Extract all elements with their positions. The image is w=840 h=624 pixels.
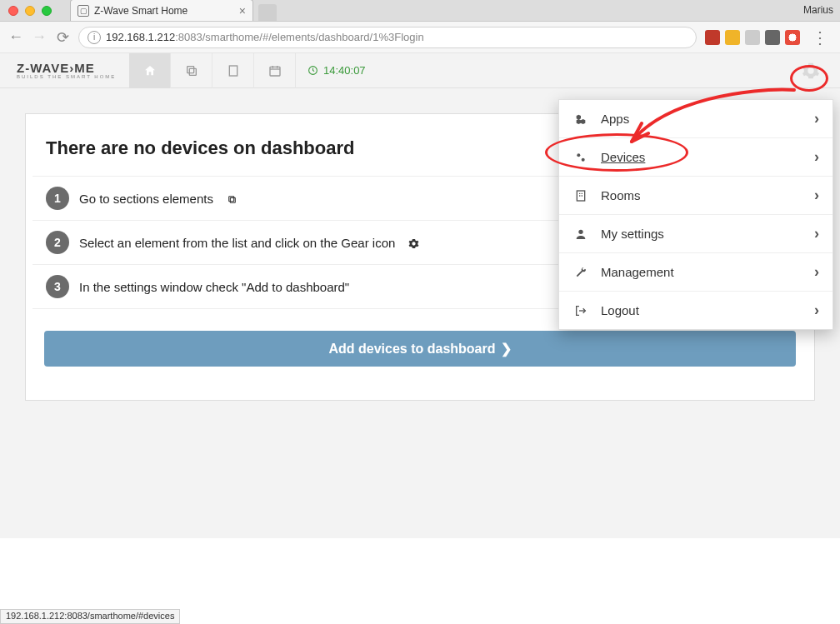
logo-main: Z-WAVE›ME [17,61,95,75]
extension-cast-icon[interactable] [765,30,780,45]
step-number: 1 [46,187,69,210]
header-nav [129,53,296,87]
profile-name[interactable]: Marius [803,4,833,16]
window-controls [8,6,52,16]
clock-icon [308,65,318,76]
close-window-button[interactable] [8,6,18,16]
dropdown-item-logout[interactable]: Logout › [559,292,832,329]
dropdown-item-devices[interactable]: Devices › [559,138,832,177]
chevron-right-icon: › [814,263,819,281]
extension-off-icon[interactable] [725,30,740,45]
site-info-icon[interactable]: i [88,31,101,44]
step-text: Select an element from the list and clic… [79,236,395,250]
svg-rect-1 [187,66,193,72]
svg-point-23 [578,230,582,234]
copy-icon [227,192,238,204]
chevron-right-icon: › [814,187,819,204]
minimize-window-button[interactable] [25,6,35,16]
svg-rect-0 [189,68,196,75]
add-devices-button[interactable]: Add devices to dashboard ❯ [44,331,796,367]
new-tab-button[interactable] [258,4,277,21]
svg-rect-9 [270,67,280,76]
dropdown-label: Rooms [601,188,641,202]
step-text: Go to sections elements [79,192,213,206]
dropdown-label: My settings [601,227,664,241]
nav-elements-button[interactable] [171,53,212,88]
settings-gear-wrap [782,53,840,88]
address-text: 192.168.1.212:8083/smarthome/#/elements/… [106,31,424,43]
chevron-right-icon: › [814,148,819,166]
address-path: /smarthome/#/elements/dashboard/1%3Flogi… [202,31,424,43]
dropdown-item-rooms[interactable]: Rooms › [559,177,832,215]
svg-rect-18 [577,191,584,201]
extension-drive-icon[interactable] [745,30,760,45]
nav-back-button[interactable]: ← [8,28,23,46]
browser-menu-button[interactable]: ⋮ [808,27,832,47]
user-icon [572,227,589,242]
tab-favicon: ▢ [78,5,89,17]
svg-rect-14 [230,197,235,202]
nav-reload-button[interactable]: ⟳ [55,28,70,47]
svg-point-17 [582,158,585,162]
address-port: :8083 [175,31,202,43]
svg-point-16 [577,154,580,157]
logout-icon [572,303,589,318]
wrench-icon [572,265,589,280]
svg-rect-15 [229,196,234,201]
gears-icon [572,150,589,165]
gear-icon [408,236,419,248]
dropdown-label: Logout [601,303,639,317]
calendar-icon [268,64,282,77]
extension-opera-icon[interactable] [785,30,800,45]
browser-titlebar: ▢ Z-Wave Smart Home × Marius [0,0,840,22]
chevron-right-icon: › [814,110,819,127]
browser-status-bar: 192.168.1.212:8083/smarthome/#devices [0,609,180,624]
step-number: 2 [46,231,69,254]
logo-sub: BUILDS THE SMART HOME [17,74,129,79]
tab-strip: ▢ Z-Wave Smart Home × [70,0,277,21]
svg-rect-2 [229,66,237,76]
nav-rooms-button[interactable] [212,53,254,88]
status-url: 192.168.1.212:8083/smarthome/#devices [6,611,174,621]
dropdown-item-apps[interactable]: Apps › [559,100,832,138]
add-devices-label: Add devices to dashboard [328,342,495,357]
home-icon [143,64,157,77]
header-clock: 14:40:07 [308,64,366,77]
step-text: In the settings window check "Add to das… [79,280,349,294]
dropdown-label: Devices [601,150,645,164]
nav-forward-button[interactable]: → [32,28,47,46]
dropdown-item-management[interactable]: Management › [559,253,832,292]
chevron-right-icon: ❯ [501,341,512,357]
tab-close-icon[interactable]: × [239,4,246,17]
settings-dropdown: Apps › Devices › Rooms › My settings › M… [558,99,833,330]
extension-cors-icon[interactable] [705,30,720,45]
dropdown-label: Management [601,265,674,279]
browser-toolbar: ← → ⟳ i 192.168.1.212:8083/smarthome/#/e… [0,22,840,53]
dropdown-item-my-settings[interactable]: My settings › [559,215,832,253]
app-header: Z-WAVE›ME BUILDS THE SMART HOME 14:40:07 [0,53,840,88]
maximize-window-button[interactable] [42,6,52,16]
settings-button[interactable] [802,62,820,80]
app-logo[interactable]: Z-WAVE›ME BUILDS THE SMART HOME [0,62,129,79]
address-host: 192.168.1.212 [106,31,175,43]
chevron-right-icon: › [814,302,819,319]
tab-title: Z-Wave Smart Home [94,5,188,17]
chevron-right-icon: › [814,225,819,242]
address-bar[interactable]: i 192.168.1.212:8083/smarthome/#/element… [78,27,697,48]
browser-tab-active[interactable]: ▢ Z-Wave Smart Home × [70,0,253,21]
building-icon [227,64,240,77]
building-icon [572,188,589,203]
gear-icon [802,62,820,80]
nav-events-button[interactable] [254,53,296,88]
cubes-icon [572,112,589,127]
nav-home-button[interactable] [129,53,171,88]
copy-icon [185,64,198,77]
extension-icons [705,30,800,45]
step-number: 3 [46,275,69,298]
clock-value: 14:40:07 [323,64,366,77]
dropdown-label: Apps [601,112,629,126]
